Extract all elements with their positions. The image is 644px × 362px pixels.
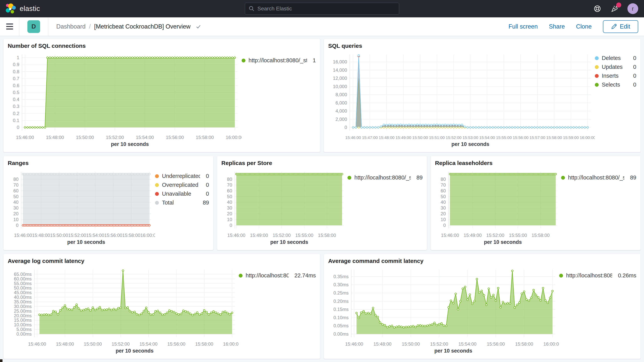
legend-item[interactable]: Selects0 [595, 82, 636, 88]
svg-text:2,000: 2,000 [336, 116, 347, 122]
chart-canvas-sql-queries[interactable]: 02,0004,0006,0008,00010,00012,00014,0001… [328, 49, 595, 150]
legend-value: 0 [630, 73, 636, 79]
svg-text:15:57:00: 15:57:00 [530, 135, 545, 140]
svg-text:40: 40 [440, 200, 446, 205]
svg-text:15:58:00: 15:58:00 [122, 233, 140, 238]
share-button[interactable]: Share [549, 23, 565, 30]
svg-text:15:50:00: 15:50:00 [412, 135, 428, 140]
breadcrumb-separator: / [89, 23, 91, 30]
legend-item[interactable]: Updates0 [595, 64, 636, 70]
svg-text:15:50:00: 15:50:00 [402, 341, 420, 346]
svg-text:15:55:00: 15:55:00 [496, 135, 512, 140]
legend-item[interactable]: Deletes0 [595, 55, 636, 61]
checkmark-icon[interactable] [196, 24, 201, 30]
panel-title: Average command commit latency [328, 258, 636, 264]
legend-item[interactable]: http://localhost:8080/_stat...1 [242, 57, 316, 64]
panel-replicas-per-store: Replicas per Store 0102030405060708015:4… [217, 156, 427, 250]
svg-text:0.3: 0.3 [13, 104, 19, 109]
svg-text:10: 10 [440, 217, 446, 222]
svg-text:20.00ms: 20.00ms [14, 313, 32, 318]
svg-text:55.00ms: 55.00ms [14, 281, 32, 286]
svg-text:15:54:00: 15:54:00 [140, 341, 158, 346]
legend-color-dot [155, 183, 159, 187]
svg-text:per 10 seconds: per 10 seconds [484, 239, 522, 245]
svg-text:15:46:00: 15:46:00 [14, 233, 32, 238]
chart-canvas-replica-leaseholders[interactable]: 0102030405060708015:46:0015:49:0015:52:0… [435, 166, 561, 248]
legend-item[interactable]: Total89 [155, 200, 209, 206]
newsfeed-button[interactable] [610, 4, 619, 13]
svg-text:0.5: 0.5 [13, 90, 19, 95]
svg-text:15:52:00: 15:52:00 [446, 135, 462, 140]
menu-button[interactable] [0, 17, 19, 36]
legend-color-dot [595, 74, 599, 78]
chart-canvas-command-commit-latency[interactable]: 0.00ms0.05ms0.10ms0.15ms0.20ms0.25ms0.30… [328, 264, 559, 357]
legend-item[interactable]: http://localhost:8080/_sta...89 [561, 174, 636, 181]
legend-value: 89 [200, 200, 209, 206]
elastic-logo[interactable]: elastic [0, 3, 40, 14]
full-screen-button[interactable]: Full screen [508, 23, 538, 30]
legend-value: 0.26ms [615, 272, 636, 279]
svg-text:15:49:00: 15:49:00 [250, 233, 268, 238]
svg-text:15:52:00: 15:52:00 [273, 233, 290, 238]
svg-text:15:52:00: 15:52:00 [430, 341, 448, 346]
svg-text:8,000: 8,000 [336, 92, 347, 97]
lifebuoy-help-icon [593, 4, 602, 13]
legend-value: 0 [630, 55, 636, 61]
user-avatar[interactable]: r [628, 3, 638, 14]
svg-text:20: 20 [227, 211, 232, 216]
chart-canvas-sql-connections[interactable]: 00.10.20.30.40.50.60.70.80.9115:46:0015:… [8, 49, 242, 150]
svg-text:0.35ms: 0.35ms [334, 274, 348, 279]
svg-text:50.00ms: 50.00ms [14, 285, 32, 290]
svg-text:per 10 seconds: per 10 seconds [116, 348, 154, 354]
legend-item[interactable]: Unavailable0 [155, 191, 209, 197]
edit-button[interactable]: Edit [603, 20, 638, 33]
svg-text:15:58:00: 15:58:00 [515, 341, 533, 346]
svg-text:60: 60 [227, 188, 232, 193]
svg-text:6,000: 6,000 [336, 100, 347, 106]
svg-text:15:46:00: 15:46:00 [227, 233, 245, 238]
chart-canvas-log-commit-latency[interactable]: 0.00ms5.00ms10.00ms15.00ms20.00ms25.00ms… [8, 264, 239, 357]
svg-text:15.00ms: 15.00ms [14, 318, 32, 323]
legend-item[interactable]: Overreplicated0 [155, 182, 209, 188]
svg-text:15:58:00: 15:58:00 [196, 135, 214, 140]
legend-label: Updates [602, 64, 622, 70]
legend-item[interactable]: Underreplicated0 [155, 173, 209, 179]
svg-text:50: 50 [13, 194, 18, 199]
legend-label: Deletes [602, 55, 621, 61]
legend-color-dot [242, 58, 246, 62]
svg-text:20: 20 [13, 211, 18, 216]
legend-item[interactable]: http://localhost:8080/_sta...89 [348, 174, 423, 181]
legend-value: 89 [414, 174, 423, 181]
svg-text:35.00ms: 35.00ms [14, 299, 32, 304]
search-input[interactable] [245, 3, 399, 15]
chart-canvas-ranges[interactable]: 0102030405060708015:46:0015:48:0015:50:0… [8, 166, 155, 248]
svg-text:25.00ms: 25.00ms [14, 308, 32, 314]
breadcrumb-dashboard-link[interactable]: Dashboard [56, 23, 86, 30]
panel-average-command-commit-latency: Average command commit latency 0.00ms0.0… [324, 254, 641, 359]
panel-title: Ranges [8, 160, 209, 166]
chart-legend: http://localhost:8080/_stat...1 [242, 49, 316, 150]
svg-text:16:00:00: 16:00:00 [140, 233, 155, 238]
svg-text:15:55:00: 15:55:00 [296, 233, 313, 238]
legend-item[interactable]: http://localhost:808...22.74ms [239, 272, 316, 279]
legend-label: Inserts [602, 73, 618, 79]
panel-title: Replica leaseholders [435, 160, 636, 166]
legend-value: 0 [203, 173, 209, 179]
legend-color-dot [559, 274, 563, 278]
help-menu-button[interactable] [593, 4, 602, 13]
svg-text:15:48:00: 15:48:00 [56, 341, 74, 346]
legend-item[interactable]: Inserts0 [595, 73, 636, 79]
clone-button[interactable]: Clone [576, 23, 592, 30]
chart-canvas-replicas-per-store[interactable]: 0102030405060708015:46:0015:49:0015:52:0… [221, 166, 348, 248]
svg-text:60.00ms: 60.00ms [14, 276, 32, 282]
svg-text:16,000: 16,000 [333, 59, 347, 64]
svg-text:0.2: 0.2 [13, 111, 19, 116]
svg-text:0: 0 [230, 223, 232, 228]
space-selector[interactable]: D [19, 17, 48, 36]
legend-item[interactable]: http://localhost:8080...0.26ms [559, 272, 636, 279]
global-search [245, 3, 399, 15]
chart-legend: http://localhost:808...22.74ms [239, 264, 316, 357]
svg-text:15:48:00: 15:48:00 [374, 341, 392, 346]
legend-value: 89 [628, 174, 636, 181]
svg-text:15:55:00: 15:55:00 [509, 233, 527, 238]
